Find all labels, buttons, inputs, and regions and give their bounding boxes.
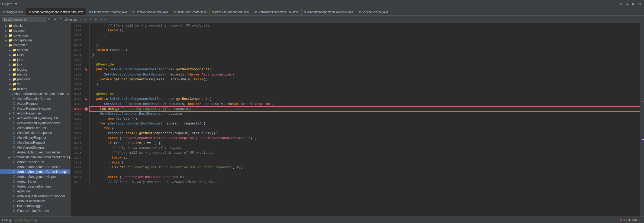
- search-regex-icon[interactable]: .*: [57, 18, 63, 21]
- config-icon[interactable]: ⚙: [637, 1, 642, 7]
- tab-label-ambari-impl: AmbariManagementControllerImpl.java: [32, 10, 83, 14]
- table-row: 3815 🔖 public Set<ServiceComponentHostRe…: [70, 97, 640, 102]
- sidebar-item-BlueprintSwagger[interactable]: C BlueprintSwagger: [0, 204, 70, 208]
- gutter-breakpoint[interactable]: ⬤: [84, 107, 89, 112]
- tab-service-service[interactable]: ServiceService.java: [356, 8, 391, 15]
- tab-host-event[interactable]: HostEventCreator.java: [171, 8, 210, 15]
- sidebar-item-logging[interactable]: ▶ 📁 logging: [0, 67, 70, 72]
- tab-pom[interactable]: pom.xml (ambari-metrics): [210, 8, 252, 15]
- editor-area[interactable]: 3800 // there will be > 1 request in cas…: [70, 23, 640, 217]
- sidebar-item-AmbariManagementController[interactable]: I AmbariManagementController: [0, 165, 70, 169]
- code-content: // If there is only one request, always …: [89, 180, 640, 185]
- search-filter-icon[interactable]: ⊞: [94, 17, 98, 21]
- sidebar-item-ApiModel[interactable]: C ApiModel: [0, 189, 70, 194]
- sidebar-item-AlertHistoryRequest[interactable]: C AlertHistoryRequest: [0, 135, 70, 140]
- sidebar-item-jdbc[interactable]: ▶ 📁 jdbc: [0, 57, 70, 62]
- sidebar-item-collections[interactable]: ▶ 📁 collections: [0, 33, 70, 38]
- sidebar-item-ActiveWidgetLayoutResponse[interactable]: C ActiveWidgetLayoutResponse: [0, 121, 70, 126]
- sidebar-item-metrics[interactable]: ▶ 📁 metrics: [0, 72, 70, 77]
- class-icon-cluster-artifact: C: [12, 209, 16, 213]
- gutter: [84, 57, 89, 62]
- sidebar-item-AmbariHandlerList[interactable]: C AmbariHandlerList: [0, 160, 70, 165]
- code-content: }: [89, 43, 640, 48]
- search-close-icon[interactable]: ✕: [104, 17, 108, 21]
- sidebar-item-AlertNoticeRequest[interactable]: C AlertNoticeRequest: [0, 140, 70, 145]
- sidebar-item-AmbariSessionManager[interactable]: C AmbariSessionManager: [0, 184, 70, 189]
- search-word-icon[interactable]: W: [53, 18, 57, 21]
- run-icon[interactable]: ▶: [631, 1, 636, 7]
- sidebar-label-internal: internal: [17, 48, 28, 52]
- sidebar-item-jmx[interactable]: ▶ 📁 jmx: [0, 62, 70, 67]
- sidebar-item-utilities[interactable]: ▶ 📁 utilities: [0, 87, 70, 91]
- sidebar-item-ActiveWidgetLayoutRequest[interactable]: ▶ C ActiveWidgetLayoutRequest: [0, 116, 70, 121]
- sidebar-item-ActionResponse[interactable]: ▶ C ActionResponse: [0, 111, 70, 116]
- code-content: }: [89, 33, 640, 38]
- line-number: 3826: [70, 150, 84, 155]
- tab-root-service[interactable]: RootServiceService.java: [130, 8, 171, 15]
- sidebar-item-internal[interactable]: ▶ 📁 internal: [0, 48, 70, 53]
- debug-session-name[interactable]: ● ambari_debug: [15, 218, 37, 222]
- bookmark-icon-2[interactable]: 🔖: [84, 98, 88, 101]
- arrow-collections: ▶: [4, 34, 8, 37]
- sidebar-label-action-resp: ActionResponse: [17, 112, 41, 115]
- sidebar-item-checks[interactable]: ▶ 📁 checks: [0, 23, 70, 28]
- sidebar-item-ActionExecutionContext[interactable]: C ActionExecutionContext: [0, 96, 70, 101]
- sidebar-item-AuthToLocalBuilder[interactable]: C AuthToLocalBuilder: [0, 199, 70, 204]
- sidebar: ▶ 📁 checks ▶ 📁 cleanup ▶ 📁 collections ▶…: [0, 23, 70, 217]
- debug-label: Debug:: [2, 218, 12, 222]
- table-row: 3826 // there will be > 1 request in cas…: [70, 150, 640, 155]
- sidebar-item-AmbariServer[interactable]: C AmbariServer: [0, 179, 70, 184]
- sidebar-item-configuration[interactable]: ▶ 📁 configuration: [0, 38, 70, 43]
- tab-ambari-mgmt[interactable]: AmbariManagementController.java: [302, 8, 356, 15]
- sidebar-item-AmbariActionExecutionHelper[interactable]: C AmbariActionExecutionHelper: [0, 150, 70, 155]
- tab-dot-service: [359, 11, 361, 13]
- sidebar-item-ClusterArtifactRequest[interactable]: C ClusterArtifactRequest: [0, 208, 70, 213]
- class-icon-blueprint: C: [12, 204, 16, 208]
- arrow-ivory: ▶: [8, 54, 12, 57]
- search-input[interactable]: [2, 17, 46, 22]
- search-case-icon[interactable]: Cc: [47, 18, 52, 21]
- search-expand-icon[interactable]: ⊡: [89, 17, 92, 21]
- tab-swagger[interactable]: swagger.json: [0, 8, 26, 15]
- line-number: 3831: [70, 175, 84, 180]
- class-icon-ambari-action: C: [12, 150, 16, 154]
- sidebar-item-AmbariManagementHelper[interactable]: C AmbariManagementHelper: [0, 174, 70, 179]
- sidebar-item-AlertDefinitionResponse[interactable]: C AlertDefinitionResponse: [0, 130, 70, 135]
- code-content: new HashSet<>();: [89, 116, 640, 121]
- line-number: 3807: [70, 57, 84, 62]
- structure-icon[interactable]: ≡: [625, 1, 630, 7]
- sidebar-item-cleanup[interactable]: ▶ 📁 cleanup: [0, 28, 70, 33]
- sidebar-item-controller[interactable]: ▼ 📂 controller: [0, 43, 70, 48]
- search-next-icon[interactable]: ↓: [84, 18, 87, 21]
- code-content: return response;: [89, 48, 640, 53]
- error-count: 93: [623, 218, 627, 222]
- sidebar-item-ActionRequestSwagger[interactable]: C ActionRequestSwagger: [0, 106, 70, 111]
- settings-icon[interactable]: ⚙: [619, 1, 623, 7]
- tab-ambari-mgmt-impl[interactable]: AmbariManagementControllerImpl.java: [26, 8, 86, 15]
- sidebar-item-AmbariManagementControllerImpl[interactable]: C AmbariManagementControllerImpl: [0, 169, 70, 174]
- sidebar-item-AmbariCustomCommandExecutionHelper[interactable]: ▶ C AmbariCustomCommandExecutionHelper: [0, 155, 70, 160]
- class-icon-auth-req: C: [12, 194, 16, 198]
- sidebar-label-auth-req: AuthRequestCreateAuthSwagger: [17, 194, 65, 198]
- sidebar-item-ActionRequest[interactable]: C ActionRequest: [0, 101, 70, 106]
- bookmark-icon[interactable]: 🔖: [84, 68, 88, 71]
- project-dropdown-arrow[interactable]: ▼: [14, 2, 18, 6]
- sidebar-item-AlertTargetSwagger[interactable]: C AlertTargetSwagger: [0, 145, 70, 150]
- sidebar-item-AbstractRootServiceResponseFactory[interactable]: C AbstractRootServiceResponseFactory: [0, 91, 70, 96]
- sidebar-label-action-req: ActionRequest: [17, 102, 38, 106]
- sidebar-item-predicate[interactable]: ▶ 📁 predicate: [0, 77, 70, 82]
- sidebar-item-AlertCurrentRequest[interactable]: C AlertCurrentRequest: [0, 126, 70, 130]
- sidebar-label-controller: controller: [13, 43, 27, 47]
- search-prev-icon[interactable]: ↑: [79, 18, 82, 21]
- sidebar-item-ivory[interactable]: ▶ 📁 ivory: [0, 53, 70, 57]
- sidebar-item-spi[interactable]: ▶ 📁 spi: [0, 82, 70, 87]
- search-settings-icon[interactable]: ⚙: [99, 17, 102, 21]
- tab-storm[interactable]: StormTimelineMetricsSink.java: [252, 8, 302, 15]
- class-icon-alert-hist: C: [12, 136, 16, 140]
- table-row: 3808 @Override: [70, 62, 640, 67]
- tab-stack-advisor[interactable]: StackAdvisorRequest.java: [86, 8, 130, 15]
- sidebar-item-AuthRequestCreateAuthSwagger[interactable]: C AuthRequestCreateAuthSwagger: [0, 194, 70, 199]
- table-row: 3805 return response;: [70, 48, 640, 53]
- code-content: }: [89, 53, 640, 57]
- folder-icon-jmx: 📁: [12, 63, 16, 67]
